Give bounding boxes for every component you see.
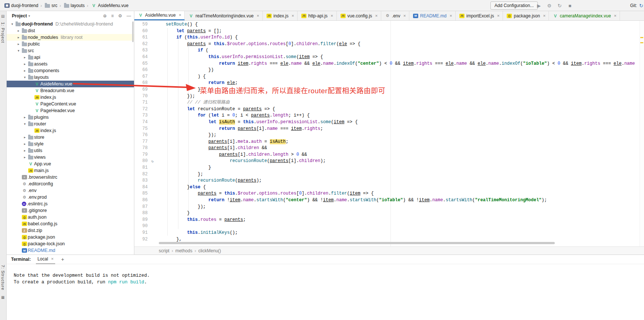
- tab-close-icon[interactable]: ✕: [179, 13, 182, 17]
- vertical-scrollbar[interactable]: [640, 21, 644, 246]
- tree-item-.browserslistrc[interactable]: ≡.browserslistrc: [7, 174, 134, 181]
- tree-item-auth.json[interactable]: {}auth.json: [7, 214, 134, 220]
- code-line[interactable]: 83 recursionRoute(parents);: [134, 178, 640, 184]
- tree-item-api[interactable]: ▸api: [7, 54, 134, 61]
- expand-arrow-icon[interactable]: ▸: [22, 142, 27, 146]
- code-line[interactable]: 64 this.userInfo.permissionList.some(ite…: [134, 54, 640, 61]
- breadcrumb-item-layouts[interactable]: layouts: [63, 3, 85, 8]
- code-line[interactable]: 77 parents[i].meta.auth = isAuth;: [134, 139, 640, 145]
- breadcrumb-item-duoji-frontend[interactable]: ▣duoji-frontend: [4, 3, 38, 8]
- close-icon[interactable]: ✕: [51, 257, 54, 261]
- code-line[interactable]: 59 setRoute() {: [134, 21, 640, 28]
- expand-arrow-icon[interactable]: ▸: [22, 69, 27, 73]
- tree-item-layouts[interactable]: ▾layouts: [7, 74, 134, 81]
- tab-asidemenu.vue[interactable]: VAsideMenu.vue✕: [134, 11, 185, 20]
- expand-arrow-icon[interactable]: ▸: [22, 135, 27, 139]
- terminal-tab-local[interactable]: Local ✕: [36, 255, 55, 264]
- project-stripe-button[interactable]: 1: Project: [1, 22, 5, 43]
- tab-close-icon[interactable]: ✕: [403, 14, 406, 18]
- tree-item-public[interactable]: ▸public: [7, 41, 134, 47]
- code-line[interactable]: 78 parents[i].children &&: [134, 145, 640, 152]
- project-view-selector[interactable]: Project: [12, 13, 27, 18]
- tab-http-api.js[interactable]: JShttp-api.js✕: [298, 11, 337, 20]
- code-line[interactable]: 72 let recursionRoute = parents => {: [134, 106, 640, 113]
- tree-item-.gitignore[interactable]: ≡.gitignore: [7, 207, 134, 214]
- tab-close-icon[interactable]: ✕: [331, 14, 333, 18]
- add-configuration-button[interactable]: Add Configuration...: [490, 1, 538, 10]
- code-line[interactable]: 82 };: [134, 171, 640, 178]
- tree-item-plugins[interactable]: ▸plugins: [7, 114, 134, 121]
- tree-item-index.js[interactable]: JSindex.js: [7, 127, 134, 134]
- code-line[interactable]: 60 let parents = [];: [134, 28, 640, 35]
- tab-close-icon[interactable]: ✕: [256, 14, 259, 18]
- tree-item-.env[interactable]: ⚙.env: [7, 187, 134, 194]
- expand-arrow-icon[interactable]: ▸: [16, 42, 21, 46]
- code-line[interactable]: 69 }: [134, 87, 640, 93]
- collapse-arrow-icon[interactable]: ▾: [22, 122, 27, 126]
- code-line[interactable]: 84 }else {: [134, 184, 640, 191]
- tree-item-components[interactable]: ▸components: [7, 67, 134, 74]
- tab-readme.md[interactable]: MREADME.md✕: [409, 11, 456, 20]
- code-line[interactable]: 76 });: [134, 132, 640, 139]
- tab-cameramanage-index.vue[interactable]: VcameraManage\index.vue✕: [549, 11, 620, 20]
- code-line[interactable]: 79 parents[i].children.length > 0 &&: [134, 152, 640, 158]
- tab-close-icon[interactable]: ✕: [375, 14, 378, 18]
- tree-item-src[interactable]: ▾src: [7, 47, 134, 54]
- tree-item-package-lock.json[interactable]: {}package-lock.json: [7, 240, 134, 247]
- code-line[interactable]: 66 }): [134, 67, 640, 74]
- code-line[interactable]: 81 }: [134, 165, 640, 171]
- breadcrumb-item-src[interactable]: src: [44, 3, 57, 8]
- expand-arrow-icon[interactable]: ▸: [22, 149, 27, 152]
- code-line[interactable]: 87 });: [134, 204, 640, 210]
- tree-item-app.vue[interactable]: VApp.vue: [7, 161, 134, 167]
- tree-item-package.json[interactable]: {}package.json: [7, 234, 134, 240]
- collapse-arrow-icon[interactable]: ▾: [16, 49, 21, 53]
- tree-item-main.js[interactable]: JSmain.js: [7, 167, 134, 174]
- git-widget[interactable]: Git: ↻: [630, 0, 643, 11]
- expand-arrow-icon[interactable]: ▸: [22, 62, 27, 66]
- locate-icon[interactable]: ⊕: [103, 13, 107, 18]
- tree-item-index.js[interactable]: JSindex.js: [7, 94, 134, 101]
- expand-arrow-icon[interactable]: ▸: [16, 29, 21, 33]
- code-line[interactable]: 63 if (: [134, 47, 640, 54]
- tree-item-utils[interactable]: ▸utils: [7, 147, 134, 154]
- tab-close-icon[interactable]: ✕: [497, 14, 500, 18]
- code-line[interactable]: 85 parents = this.$router.options.routes…: [134, 191, 640, 197]
- stop-icon[interactable]: ■: [567, 3, 573, 9]
- code-line[interactable]: 89 this.routes = parents;: [134, 217, 640, 223]
- tree-item-style[interactable]: ▸style: [7, 141, 134, 147]
- code-line[interactable]: 62 parents = this.$router.options.routes…: [134, 41, 640, 48]
- tree-item-.env.prod[interactable]: ⚙.env.prod: [7, 194, 134, 201]
- code-line[interactable]: 86 return !item.name.startsWith("center"…: [134, 197, 640, 204]
- editor-breadcrumb-item[interactable]: methods: [175, 248, 192, 253]
- expand-arrow-icon[interactable]: ▸: [22, 155, 27, 159]
- tab-close-icon[interactable]: ✕: [449, 14, 452, 18]
- tree-item-.editorconfig[interactable]: ⚙.editorconfig: [7, 181, 134, 187]
- tab-close-icon[interactable]: ✕: [291, 14, 294, 18]
- project-tree-scrollbar[interactable]: [132, 21, 134, 42]
- tree-item-router[interactable]: ▾router: [7, 121, 134, 127]
- tree-item-readme.md[interactable]: MREADME.md: [7, 247, 134, 254]
- code-line[interactable]: 88 }: [134, 210, 640, 217]
- tree-item-assets[interactable]: ▸assets: [7, 61, 134, 67]
- tree-item-asidemenu.vue[interactable]: VAsideMenu.vue: [7, 81, 134, 87]
- code-line[interactable]: 61 if (this.userInfo.id) {: [134, 34, 640, 41]
- tree-item-store[interactable]: ▸store: [7, 134, 134, 141]
- code-line[interactable]: 68 return ele;: [134, 80, 640, 87]
- hide-icon[interactable]: —: [127, 13, 131, 18]
- tab-importexcel.js[interactable]: JSimportExcel.js✕: [456, 11, 503, 20]
- code-line[interactable]: 71 // // 递归权限路由: [134, 100, 640, 106]
- tree-item-babel.config.js[interactable]: JSbabel.config.js: [7, 220, 134, 227]
- git-update-icon[interactable]: ↻: [639, 3, 643, 9]
- expand-arrow-icon[interactable]: ▸: [22, 115, 27, 119]
- settings-icon[interactable]: ⚙: [118, 13, 122, 18]
- tree-item-dist.zip[interactable]: Zdist.zip: [7, 227, 134, 234]
- code-line[interactable]: 90: [134, 223, 640, 230]
- tab-index.js[interactable]: JSindex.js✕: [263, 11, 298, 20]
- tab-realtimemonitoring-index.vue[interactable]: VrealTimeMonitoring\index.vue✕: [185, 11, 263, 20]
- code-line[interactable]: 80 recursionRoute(parents[i].children);↻: [134, 158, 640, 165]
- options-icon[interactable]: ≡: [111, 13, 114, 18]
- horizontal-scrollbar[interactable]: [159, 242, 555, 244]
- code-editor[interactable]: 59 setRoute() {60 let parents = [];61 if…: [134, 21, 644, 246]
- tree-item-pagecontent.vue[interactable]: VPageContent.vue: [7, 101, 134, 107]
